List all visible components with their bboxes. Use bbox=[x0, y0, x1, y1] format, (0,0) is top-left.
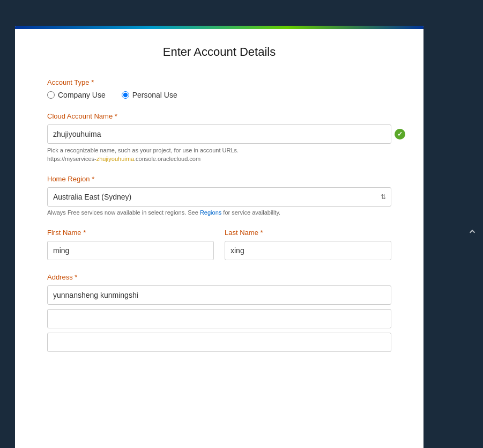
first-name-group: First Name * bbox=[47, 229, 214, 260]
cloud-account-name-wrapper: ✓ bbox=[47, 124, 391, 144]
page-wrapper: Enter Account Details Account Type * Com… bbox=[0, 11, 483, 448]
company-use-radio[interactable] bbox=[47, 91, 55, 99]
home-region-label: Home Region * bbox=[47, 175, 391, 183]
last-name-group: Last Name * bbox=[225, 229, 391, 260]
regions-link[interactable]: Regions bbox=[200, 209, 221, 216]
nav-arrow-icon: ⌃ bbox=[467, 227, 478, 243]
company-use-option[interactable]: Company Use bbox=[47, 91, 106, 99]
valid-check-icon: ✓ bbox=[395, 129, 405, 139]
home-region-select[interactable]: Australia East (Sydney) US East (Ashburn… bbox=[47, 187, 391, 207]
first-name-label: First Name * bbox=[47, 229, 214, 237]
cloud-account-name-input[interactable] bbox=[47, 124, 391, 144]
address-group: Address * bbox=[47, 273, 391, 352]
home-region-select-wrapper: Australia East (Sydney) US East (Ashburn… bbox=[47, 187, 391, 207]
cloud-account-name-group: Cloud Account Name * ✓ Pick a recognizab… bbox=[47, 112, 391, 162]
region-hint: Always Free services now available in se… bbox=[47, 209, 391, 216]
personal-use-radio[interactable] bbox=[122, 91, 129, 99]
personal-use-option[interactable]: Personal Use bbox=[122, 91, 177, 99]
last-name-input[interactable] bbox=[225, 241, 391, 260]
page-title: Enter Account Details bbox=[47, 45, 391, 59]
account-type-group: Account Type * Company Use Personal Use bbox=[47, 78, 391, 99]
name-row: First Name * Last Name * bbox=[47, 229, 391, 273]
account-type-radio-group: Company Use Personal Use bbox=[47, 91, 391, 99]
account-type-label: Account Type * bbox=[47, 78, 391, 86]
company-use-label: Company Use bbox=[58, 91, 106, 99]
cloud-account-url-hint: https://myservices-zhujiyouhuima.console… bbox=[47, 156, 391, 162]
address-line3-input[interactable] bbox=[47, 333, 391, 352]
cloud-account-name-label: Cloud Account Name * bbox=[47, 112, 391, 120]
home-region-group: Home Region * Australia East (Sydney) US… bbox=[47, 175, 391, 216]
personal-use-label: Personal Use bbox=[132, 91, 177, 99]
address-label: Address * bbox=[47, 273, 391, 281]
cloud-account-hint: Pick a recognizable name, such as your p… bbox=[47, 146, 391, 155]
first-name-input[interactable] bbox=[47, 241, 214, 260]
address-line1-input[interactable] bbox=[47, 285, 391, 305]
modal-container: Enter Account Details Account Type * Com… bbox=[15, 26, 423, 448]
last-name-label: Last Name * bbox=[225, 229, 391, 237]
form-content: Enter Account Details Account Type * Com… bbox=[15, 29, 423, 386]
address-line2-input[interactable] bbox=[47, 309, 391, 328]
